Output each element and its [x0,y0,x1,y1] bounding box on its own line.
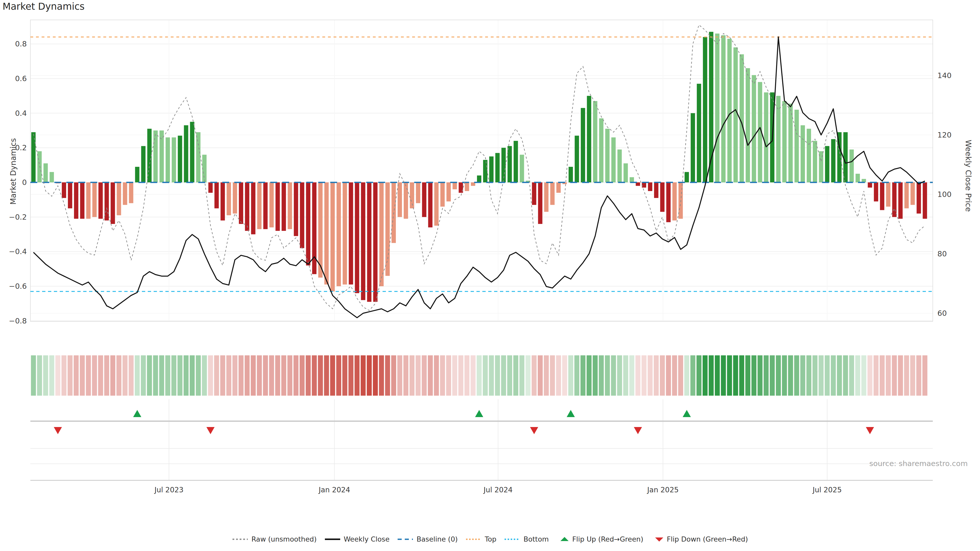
osc-bar [337,183,341,286]
heatmap-cell [397,355,402,395]
legend-item: Top [466,535,496,543]
osc-bar [263,183,268,229]
osc-bar [215,183,219,208]
osc-bar [80,183,84,219]
osc-bar [587,96,591,183]
legend-label: Bottom [523,535,549,543]
heatmap-cell [208,355,213,395]
osc-bar [398,183,402,217]
heatmap-cell [92,355,97,395]
heatmap-cell [306,355,311,395]
y2-tick-label: 80 [937,249,966,259]
osc-bar [868,183,872,187]
osc-bar [300,183,304,248]
osc-bar [446,183,451,202]
heatmap-cell [226,355,231,395]
y-tick-label: 0.2 [2,143,27,152]
heatmap-cell [788,355,793,395]
heatmap-cell [629,355,635,395]
heatmap-cell [751,355,756,395]
y2-tick-label: 140 [937,71,966,80]
flip-down-marker [866,427,874,434]
heatmap-cell [727,355,732,395]
y-tick-label: 0.6 [2,74,27,83]
heatmap-cell [330,355,335,395]
heatmap-cell [623,355,628,395]
osc-bar [62,183,66,198]
osc-bar [690,113,695,183]
legend-label: Baseline (0) [417,535,458,543]
osc-bar [483,160,487,183]
heatmap-cell [886,355,891,395]
osc-bar [684,172,689,183]
osc-bar [86,183,91,219]
legend-label: Flip Up (Red→Green) [572,535,643,543]
heatmap-cell [189,355,195,395]
osc-bar [349,183,353,284]
heatmap-cell [336,355,342,395]
heatmap-cell [404,355,409,395]
legend-solid-icon [325,535,341,543]
osc-bar [117,183,121,215]
osc-bar [153,130,158,183]
heatmap-cell [898,355,903,395]
heatmap-cell [648,355,653,395]
osc-bar [898,183,903,219]
osc-bar [477,176,481,183]
heatmap-cell [477,355,482,395]
heatmap-cell [593,355,598,395]
osc-bar [129,183,133,203]
heatmap-cell [232,355,238,395]
osc-bar [648,183,652,191]
osc-bar [251,183,256,234]
heatmap-cell [873,355,879,395]
heatmap-cell [153,355,158,395]
osc-bar [190,122,194,183]
y-tick-label: 0.4 [2,109,27,118]
heatmap-cell [165,355,170,395]
osc-bar [800,125,805,183]
heatmap-cell [599,355,604,395]
heatmap-cell [855,355,860,395]
osc-bar [764,92,768,183]
y-tick-label: −0.6 [2,282,27,291]
heatmap-cell [684,355,689,395]
osc-bar [331,183,335,291]
osc-bar [752,75,756,183]
osc-bar [904,183,909,208]
legend-label: Raw (unsmoothed) [251,535,317,543]
osc-bar [239,183,243,224]
osc-bar [184,125,188,183]
osc-bar [343,183,347,284]
osc-bar [422,183,426,217]
heatmap-cell [617,355,622,395]
heatmap-cell [745,355,750,395]
osc-bar [550,183,555,205]
heatmap-cell [776,355,781,395]
osc-bar [355,183,360,293]
heatmap-cell [904,355,909,395]
heatmap-cell [574,355,579,395]
heatmap-cell [123,355,127,395]
heatmap-cell [562,355,567,395]
heatmap-cell [715,355,720,395]
osc-bar [165,138,170,183]
osc-bar [611,138,616,183]
heatmap-cell [62,355,67,395]
osc-bar [373,183,377,302]
heatmap-cell [391,355,396,395]
osc-bar [599,118,604,183]
osc-bar [465,183,469,191]
heatmap-cell [819,355,824,395]
osc-bar [825,146,829,183]
heatmap-cell [660,355,665,395]
heatmap-cell [800,355,805,395]
heatmap-cell [172,355,177,395]
legend-item: Flip Down (Green→Red) [651,535,748,543]
osc-bar [123,183,127,205]
heatmap-cell [605,355,610,395]
heatmap-cell [98,355,103,395]
heatmap-cell [312,355,317,395]
heatmap-cell [568,355,573,395]
heatmap-cell [263,355,268,395]
